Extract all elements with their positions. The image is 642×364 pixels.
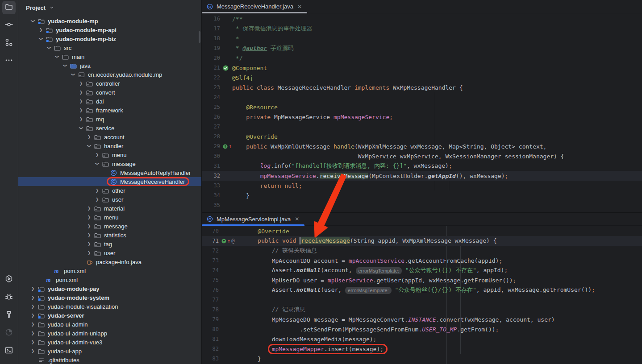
code-line-74[interactable]: 74 Assert.notNull(account, errorMsgTempl… [202, 265, 642, 275]
tree-item-tag[interactable]: ❯tag [18, 240, 201, 248]
tree-item-yudao-module-visualization[interactable]: ❯yudao-module-visualization [18, 302, 201, 311]
tree-item-message[interactable]: ❯message [18, 222, 201, 231]
tree-item-menu[interactable]: ❯menu [18, 213, 201, 222]
tree-item-dal[interactable]: ❯dal [18, 97, 201, 106]
tree-item-.gitattributes[interactable]: .gitattributes [18, 356, 201, 364]
tree-item-handler[interactable]: ❯handler [18, 141, 201, 150]
tree-item-MessageAutoReplyHandler[interactable]: CMessageAutoReplyHandler [18, 168, 201, 177]
code-line-28[interactable]: 28 @Override [202, 132, 642, 141]
chevron-expanded-icon[interactable]: ❯ [87, 142, 92, 150]
tree-item-yudao-module-mp-api[interactable]: ❯yudao-module-mp-api [18, 25, 201, 34]
tree-item-mq[interactable]: ❯mq [18, 115, 201, 124]
tree-item-yudao-server[interactable]: ❯yudao-server [18, 311, 201, 320]
tree-item-controller[interactable]: ❯controller [18, 79, 201, 88]
code-line-83[interactable]: 83 } [202, 354, 642, 364]
code-line-18[interactable]: 18 * [202, 33, 642, 43]
chevron-expanded-icon[interactable]: ❯ [71, 71, 75, 79]
editor-tab-MessageReceiveHandler.java[interactable]: CMessageReceiveHandler.java✕ [202, 0, 307, 13]
code-line-17[interactable]: 17 * 保存微信消息的事件处理器 [202, 24, 642, 33]
tree-item-yudao-module-mp-biz[interactable]: ❯yudao-module-mp-biz [18, 34, 201, 43]
chevron-collapsed-icon[interactable]: ❯ [29, 349, 37, 353]
chevron-collapsed-icon[interactable]: ❯ [85, 135, 93, 139]
code-line-29[interactable]: 29↑ public WxMpXmlOutMessage handle(WxMp… [202, 141, 642, 151]
tree-item-yudao-ui-admin-vue3[interactable]: ❯yudao-ui-admin-vue3 [18, 338, 201, 347]
activity-item-terminal[interactable] [2, 344, 16, 358]
code-editor-bottom[interactable]: 70 @Override71↑@ public void receiveMess… [202, 226, 642, 364]
chevron-collapsed-icon[interactable]: ❯ [29, 322, 37, 327]
code-line-78[interactable]: 78 // 记录消息 [202, 305, 642, 314]
tree-item-material[interactable]: ❯material [18, 204, 201, 213]
tree-item-yudao-ui-admin-uniapp[interactable]: ❯yudao-ui-admin-uniapp [18, 329, 201, 338]
tree-item-java[interactable]: ❯java [18, 61, 201, 70]
tree-item-yudao-module-mp[interactable]: ❯yudao-module-mp [18, 17, 201, 25]
tree-item-yudao-module-pay[interactable]: ❯yudao-module-pay [18, 284, 201, 293]
chevron-collapsed-icon[interactable]: ❯ [93, 153, 101, 157]
code-line-25[interactable]: 25 @Resource [202, 102, 642, 112]
code-line-81[interactable]: 81 downloadMessageMedia(message); [202, 334, 642, 344]
activity-item-build[interactable] [2, 309, 16, 322]
code-line-31[interactable]: 31 log.info("[handle][接收到请求消息, 内容: {}]",… [202, 161, 642, 171]
code-line-35[interactable]: 35 [202, 200, 642, 210]
chevron-collapsed-icon[interactable]: ❯ [29, 286, 37, 291]
gutter-icons[interactable]: ↑ [220, 144, 232, 149]
tree-item-user[interactable]: ❯user [18, 248, 201, 257]
tree-item-service[interactable]: ❯service [18, 124, 201, 132]
code-line-70[interactable]: 70 @Override [202, 226, 642, 236]
chevron-expanded-icon[interactable]: ❯ [31, 17, 35, 25]
close-icon[interactable]: ✕ [295, 216, 299, 222]
chevron-collapsed-icon[interactable]: ❯ [29, 304, 37, 309]
tree-item-cn.iocoder.yudao.module.mp[interactable]: ❯cn.iocoder.yudao.module.mp [18, 70, 201, 79]
tree-item-menu[interactable]: ❯menu [18, 150, 201, 159]
activity-item-profiler[interactable] [2, 327, 16, 340]
tree-item-yudao-ui-admin[interactable]: ❯yudao-ui-admin [18, 320, 201, 329]
chevron-collapsed-icon[interactable]: ❯ [85, 206, 93, 211]
tree-item-pom.xml[interactable]: mpom.xml [18, 266, 201, 275]
tree-item-yudao-module-system[interactable]: ❯yudao-module-system [18, 293, 201, 302]
tree-item-yudao-ui-app[interactable]: ❯yudao-ui-app [18, 347, 201, 356]
code-line-22[interactable]: 22@Slf4j [202, 73, 642, 83]
code-line-71[interactable]: 71↑@ public void receiveMessage(String a… [202, 236, 642, 246]
tree-item-framework[interactable]: ❯framework [18, 106, 201, 115]
chevron-expanded-icon[interactable]: ❯ [63, 62, 67, 70]
chevron-collapsed-icon[interactable]: ❯ [77, 108, 85, 112]
code-line-27[interactable]: 27 [202, 122, 642, 132]
tree-item-message[interactable]: ❯message [18, 159, 201, 168]
close-icon[interactable]: ✕ [297, 4, 302, 10]
activity-item-more[interactable] [2, 54, 16, 68]
code-line-76[interactable]: 76 Assert.notNull(user, errorMsgTemplate… [202, 285, 642, 295]
chevron-collapsed-icon[interactable]: ❯ [85, 215, 93, 219]
tree-item-pom.xml[interactable]: mpom.xml [18, 275, 201, 284]
code-line-32[interactable]: 32 mpMessageService.receiveMessage(MpCon… [202, 171, 642, 181]
code-line-30[interactable]: 30 WxMpService wxMpService, WxSessionMan… [202, 151, 642, 161]
chevron-collapsed-icon[interactable]: ❯ [29, 295, 37, 300]
tree-item-statistics[interactable]: ❯statistics [18, 231, 201, 240]
activity-item-project-folder[interactable] [2, 1, 16, 14]
activity-item-run[interactable] [2, 273, 16, 286]
chevron-expanded-icon[interactable]: ❯ [39, 35, 43, 43]
editor-tab-MpMessageServiceImpl.java[interactable]: CMpMessageServiceImpl.java✕ [202, 213, 304, 225]
chevron-collapsed-icon[interactable]: ❯ [77, 81, 85, 86]
tree-item-MessageReceiveHandler[interactable]: CMessageReceiveHandler [18, 177, 201, 186]
chevron-collapsed-icon[interactable]: ❯ [85, 224, 93, 228]
project-selector[interactable]: Project [18, 0, 201, 15]
chevron-expanded-icon[interactable]: ❯ [47, 44, 51, 52]
code-line-23[interactable]: 23public class MessageReceiveHandler imp… [202, 83, 642, 92]
tree-item-user[interactable]: ❯user [18, 195, 201, 204]
code-line-79[interactable]: 79 MpMessageDO message = MpMessageConver… [202, 314, 642, 324]
chevron-expanded-icon[interactable]: ❯ [95, 160, 100, 168]
code-line-82[interactable]: 82 mpMessageMapper.insert(message); [202, 344, 642, 354]
gutter-icons[interactable]: ↑@ [219, 238, 244, 244]
code-line-21[interactable]: 21@Component [202, 63, 642, 73]
chevron-collapsed-icon[interactable]: ❯ [85, 242, 93, 246]
tree-item-convert[interactable]: ❯convert [18, 88, 201, 97]
code-editor-top[interactable]: 16/**17 * 保存微信消息的事件处理器18 *19 * @author 芋… [202, 14, 642, 212]
tree-item-main[interactable]: ❯main [18, 52, 201, 61]
code-line-19[interactable]: 19 * @author 芋道源码 [202, 43, 642, 53]
code-line-20[interactable]: 20 */ [202, 53, 642, 63]
code-line-73[interactable]: 73 MpAccountDO account = mpAccountServic… [202, 256, 642, 265]
activity-item-commit[interactable] [2, 19, 16, 32]
gutter-icons[interactable] [220, 65, 232, 71]
chevron-collapsed-icon[interactable]: ❯ [29, 313, 37, 318]
activity-item-structure[interactable] [2, 37, 16, 50]
code-line-77[interactable]: 77 [202, 295, 642, 305]
